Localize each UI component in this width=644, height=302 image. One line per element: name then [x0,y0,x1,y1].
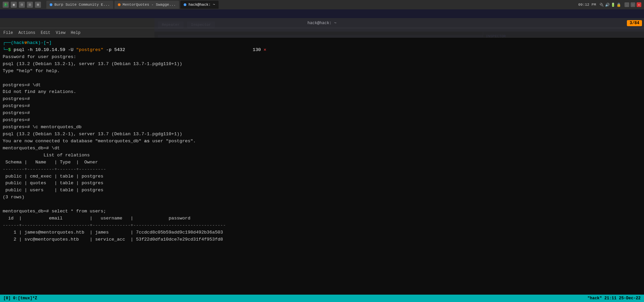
status-bar: [0] 0:[tmux]*Z "hack" 21:11 25-Dec-22 [0,295,644,302]
blank-2 [3,201,641,208]
password-prompt: Password for user postgres: [3,54,641,61]
list-relations-header: List of relations [3,152,641,159]
burp-tab-bg-2: Inspector [187,21,215,28]
sys-icon-battery: 🔋 [611,3,615,7]
blank-1 [3,75,641,82]
psql-port: -p 5432 [103,47,125,52]
postgres-empty-2: postgres=# [3,103,641,110]
prompt-user: hack [13,40,24,45]
tab-label-burpsuite: Burp Suite Community E... [54,3,110,7]
tab-dot-burp [50,3,52,6]
psql-user: "postgres" [76,47,103,52]
table-separator: --------+----------+-------+---------- [3,166,641,173]
menu-actions[interactable]: Actions [18,31,35,35]
exit-code-container: 130 ✕ [253,47,267,52]
tab-swagger[interactable]: MentorQuotes - Swagge... [114,1,179,9]
connect-cmd: postgres=# \c mentorquotes_db [3,124,641,131]
select-users: mentorquotes_db=# select * from users; [3,208,641,215]
mentorquotes-dt: mentorquotes_db=# \dt [3,145,641,152]
psql-version-2: psql (13.2 (Debian 13.2-1), server 13.7 … [3,131,641,138]
win-maximize[interactable]: □ [631,2,635,7]
sys-icon-2[interactable]: ▣ [11,2,17,8]
terminal-content[interactable]: ┌──(hack☢hack)-[~] └─$ psql -h 10.10.14.… [0,38,644,301]
users-table-header: id | email | username | password [3,215,641,222]
session-badge: 3/84 [627,20,642,26]
menu-file[interactable]: File [3,31,13,35]
status-bar-left: [0] 0:[tmux]*Z [3,296,37,301]
burp-tab-bg-1: Repeater [158,21,184,28]
system-bar: 🐉 ▣ ⊟ ⊡ ⊠ Burp Suite Community E... Ment… [0,0,644,9]
terminal-window: hack@hack: ~ ─ □ ✕ File Actions Edit Vie… [0,18,644,302]
tab-dot-swagger [118,3,121,6]
table-row-quotes: public | quotes | table | postgres [3,180,641,187]
sys-icon-5[interactable]: ⊠ [35,2,41,8]
user-row-2: 2 | svc@mentorquotes.htb | service_acc |… [3,236,641,243]
menu-help[interactable]: Help [71,31,81,35]
system-time: 09:12 PM [578,3,596,7]
user-row-1: 1 | james@mentorquotes.htb | james | 7cc… [3,229,641,236]
sys-icon-lock: 🔒 [616,3,621,7]
system-bar-right: 09:12 PM 🔌 🔊 🔋 🔒 _ □ ✕ [578,2,641,7]
prompt-host: hack [27,40,38,45]
no-relations: Did not find any relations. [3,89,641,96]
psql-version: psql (13.2 (Debian 13.2-1), server 13.7 … [3,61,641,68]
table-row-users: public | users | table | postgres [3,187,641,194]
prompt-corner: └─ [3,47,8,52]
sys-icon-4[interactable]: ⊡ [27,2,33,8]
prompt-dir-close: ] [49,40,52,45]
users-table-separator: ------+-------------------------+-------… [3,222,641,229]
postgres-dt: postgres=# \dt [3,82,641,89]
prompt-dollar: $ [8,47,13,52]
sys-icon-1[interactable]: 🐉 [3,2,9,8]
rows-count: (3 rows) [3,194,641,201]
sys-icon-volume: 🔊 [605,3,610,7]
prompt-icon: ☢ [25,40,27,45]
psql-command: psql -h 10.10.14.59 -U [13,47,76,52]
menu-edit[interactable]: Edit [41,31,50,35]
sys-icon-3[interactable]: ⊟ [19,2,25,8]
postgres-empty-3: postgres=# [3,110,641,117]
tab-dot-terminal [184,3,186,6]
postgres-empty-1: postgres=# [3,96,641,103]
tab-terminal[interactable]: hack@hack: ~ [180,1,218,9]
terminal-text: ┌──(hack☢hack)-[~] └─$ psql -h 10.10.14.… [3,40,641,243]
table-header: Schema | Name | Type | Owner [3,159,641,166]
tab-burpsuite[interactable]: Burp Suite Community E... [46,1,113,9]
prompt-close-bracket: )-[ [38,40,46,45]
burp-header-bg: Repeater Inspector [154,18,644,32]
menu-view[interactable]: View [56,31,65,35]
postgres-empty-4: postgres=# [3,117,641,124]
exit-code-num: 130 [253,47,264,52]
win-controls: _ □ ✕ [625,2,641,7]
terminal-prompt-line: ┌──(hack☢hack)-[~] [3,40,641,47]
connected-msg: You are now connected to database "mento… [3,138,641,145]
exit-x: ✕ [264,47,266,52]
type-help: Type "help" for help. [3,68,641,75]
tab-bar: Burp Suite Community E... MentorQuotes -… [46,1,219,9]
status-bar-right: "hack" 21:11 25-Dec-22 [588,296,641,301]
table-row-cmd-exec: public | cmd_exec | table | postgres [3,173,641,180]
prompt-open-bracket: ┌──( [3,40,13,45]
win-minimize[interactable]: _ [625,2,629,7]
sys-icon-network: 🔌 [599,3,604,7]
prompt-dir: ~ [46,40,49,45]
tab-label-terminal: hack@hack: ~ [188,3,215,7]
terminal-command-line: └─$ psql -h 10.10.14.59 -U "postgres" -p… [3,47,641,54]
tab-label-swagger: MentorQuotes - Swagge... [123,3,176,7]
system-bar-left: 🐉 ▣ ⊟ ⊡ ⊠ Burp Suite Community E... Ment… [3,1,219,9]
win-close[interactable]: ✕ [637,2,641,7]
